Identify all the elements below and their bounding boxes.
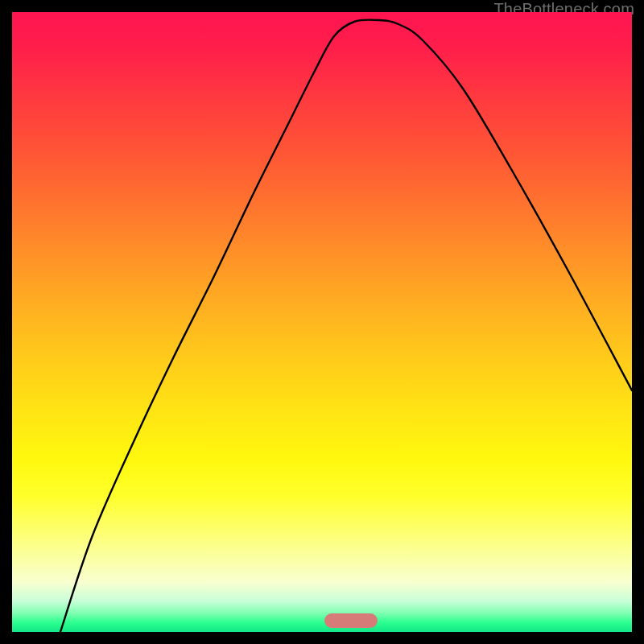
optimal-range-marker [324, 613, 378, 628]
chart-curve-svg [12, 12, 632, 632]
chart-plot-area [12, 12, 632, 632]
bottleneck-curve [60, 20, 632, 632]
